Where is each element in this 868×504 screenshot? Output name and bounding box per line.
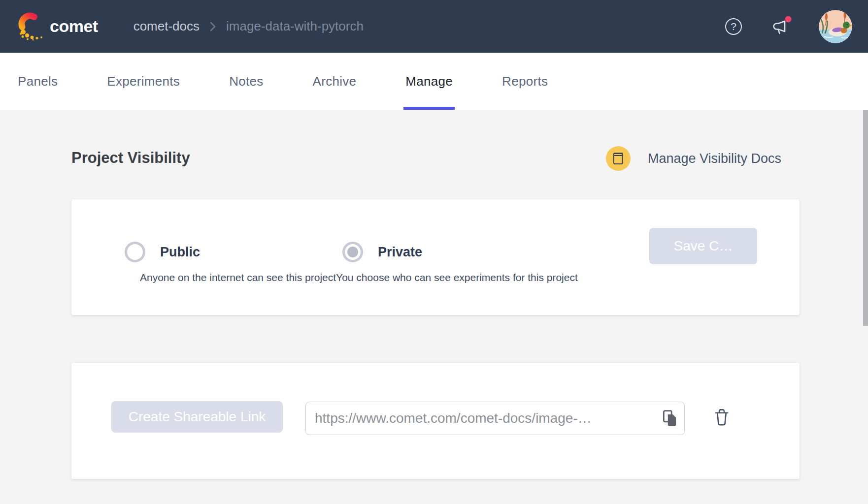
- shareable-link-field: [305, 402, 685, 435]
- project-tabbar: Panels Experiments Notes Archive Manage …: [0, 53, 868, 110]
- docs-book-icon: [606, 146, 631, 171]
- breadcrumb: comet-docs image-data-with-pytorch: [134, 19, 364, 34]
- page-title: Project Visibility: [71, 149, 190, 167]
- top-navbar: comet comet-docs image-data-with-pytorch…: [0, 0, 868, 53]
- radio-private[interactable]: [342, 242, 363, 262]
- copy-link-button[interactable]: [661, 409, 679, 428]
- public-description: Anyone on the internet can see this proj…: [140, 272, 336, 284]
- notifications-button[interactable]: [769, 16, 791, 37]
- save-changes-button[interactable]: Save C…: [649, 228, 757, 264]
- tab-archive[interactable]: Archive: [313, 53, 357, 110]
- breadcrumb-workspace[interactable]: comet-docs: [134, 19, 200, 34]
- chevron-right-icon: [209, 21, 216, 32]
- comet-project-page: comet comet-docs image-data-with-pytorch…: [0, 0, 868, 504]
- comet-logo-text: comet: [50, 17, 98, 36]
- user-avatar[interactable]: [819, 10, 852, 43]
- vertical-scrollbar-thumb[interactable]: [863, 110, 868, 326]
- radio-private-label: Private: [378, 245, 422, 260]
- radio-public[interactable]: [125, 242, 145, 262]
- docs-link-label: Manage Visibility Docs: [648, 151, 781, 166]
- tab-manage[interactable]: Manage: [405, 53, 453, 110]
- visibility-option-public[interactable]: Public: [125, 242, 200, 262]
- tab-experiments[interactable]: Experiments: [107, 53, 180, 110]
- tab-notes[interactable]: Notes: [229, 53, 263, 110]
- radio-public-label: Public: [160, 245, 200, 260]
- visibility-option-private[interactable]: Private: [342, 242, 422, 262]
- comet-logo-icon: [16, 10, 45, 43]
- trash-icon: [711, 406, 733, 429]
- create-shareable-link-button[interactable]: Create Shareable Link: [111, 401, 283, 433]
- private-description: You choose who can see experiments for t…: [336, 272, 578, 284]
- active-tab-underline: [403, 107, 455, 110]
- delete-link-button[interactable]: [710, 406, 733, 429]
- tab-panels[interactable]: Panels: [18, 53, 58, 110]
- duck-avatar-image: [819, 10, 852, 43]
- project-visibility-card: Public Private Save C… Anyone on the int…: [71, 199, 800, 315]
- shareable-link-input[interactable]: [305, 402, 685, 435]
- visibility-descriptions: Anyone on the internet can see this proj…: [140, 272, 578, 284]
- megaphone-icon: [769, 32, 791, 39]
- question-mark-icon: ?: [731, 21, 736, 32]
- manage-visibility-docs-link[interactable]: Manage Visibility Docs: [606, 146, 781, 171]
- navbar-actions: ?: [725, 10, 852, 43]
- comet-logo[interactable]: comet: [16, 10, 98, 43]
- help-button[interactable]: ?: [725, 18, 742, 35]
- notification-dot: [785, 16, 792, 24]
- copy-icon: [661, 409, 679, 428]
- breadcrumb-project: image-data-with-pytorch: [226, 19, 364, 34]
- tab-reports[interactable]: Reports: [502, 53, 548, 110]
- shareable-link-card: Create Shareable Link: [71, 363, 800, 479]
